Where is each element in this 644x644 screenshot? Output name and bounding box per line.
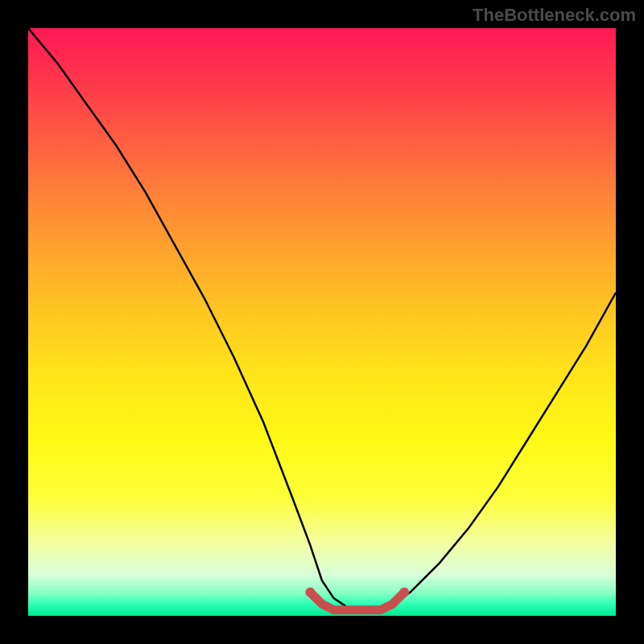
chart-plot-area: [28, 28, 616, 616]
chart-highlight-line: [310, 592, 404, 610]
chart-svg: [28, 28, 616, 616]
chart-curve-line: [28, 28, 616, 610]
chart-highlight-end-dot: [399, 588, 409, 597]
watermark-text: TheBottleneck.com: [473, 5, 636, 26]
chart-highlight-start-dot: [305, 588, 315, 597]
